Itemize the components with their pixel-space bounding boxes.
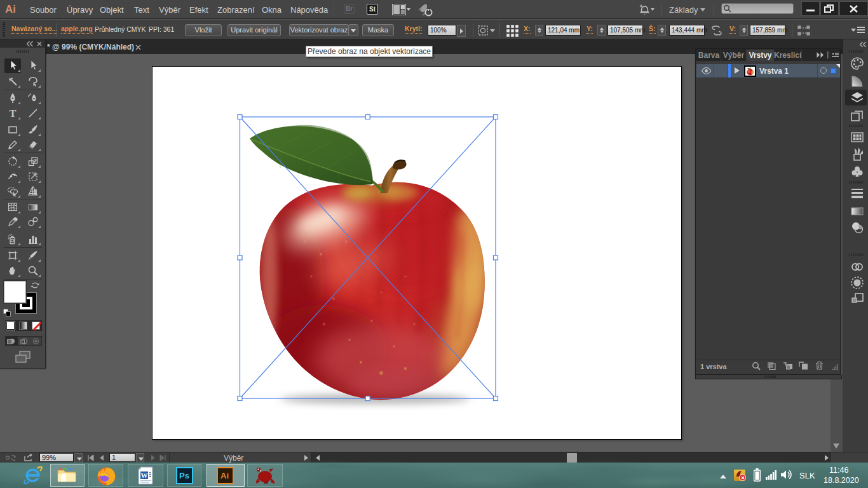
svg-text:W: W <box>141 471 148 479</box>
svg-text:T: T <box>10 108 17 119</box>
